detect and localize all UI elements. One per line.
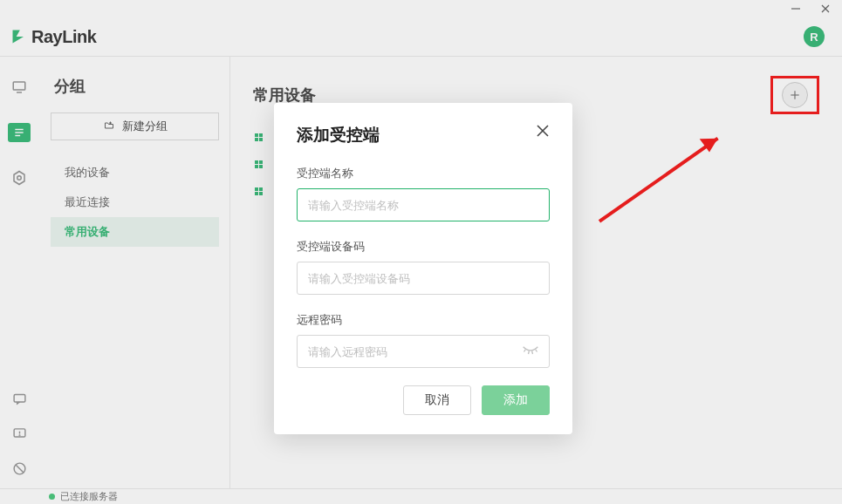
new-group-button[interactable]: 新建分组 — [51, 112, 219, 140]
window-titlebar — [0, 0, 842, 17]
block-icon[interactable] — [10, 459, 29, 478]
remote-password-input[interactable] — [297, 335, 550, 368]
device-name-label: 受控端名称 — [297, 166, 550, 181]
svg-rect-10 — [14, 394, 25, 402]
device-name-input[interactable] — [297, 188, 550, 221]
windows-icon — [255, 133, 263, 141]
confirm-button[interactable]: 添加 — [482, 385, 550, 415]
monitor-icon[interactable] — [10, 78, 29, 97]
logo-icon — [10, 28, 28, 45]
windows-icon — [255, 160, 263, 168]
svg-rect-3 — [13, 82, 25, 90]
remote-password-label: 远程密码 — [297, 312, 550, 328]
minimize-button[interactable] — [788, 1, 804, 17]
modal-title: 添加受控端 — [297, 124, 380, 146]
device-code-input[interactable] — [297, 262, 550, 295]
app-header: RayLink R — [0, 17, 842, 56]
brand-logo: RayLink — [10, 27, 96, 47]
nav-rail — [0, 57, 38, 488]
add-device-button[interactable] — [782, 82, 808, 108]
new-group-label: 新建分组 — [122, 119, 168, 134]
sidebar-item-favorites[interactable]: 常用设备 — [51, 217, 219, 247]
add-device-modal: 添加受控端 受控端名称 受控端设备码 远程密码 取消 添加 — [274, 103, 572, 434]
svg-line-24 — [524, 350, 526, 352]
svg-point-9 — [17, 176, 22, 180]
add-device-highlight — [770, 76, 819, 114]
svg-line-26 — [532, 351, 533, 354]
close-icon — [536, 124, 550, 138]
gear-icon[interactable] — [10, 168, 29, 187]
svg-line-27 — [536, 350, 537, 352]
avatar[interactable]: R — [804, 26, 825, 47]
close-button[interactable] — [818, 1, 833, 17]
cancel-button[interactable]: 取消 — [403, 385, 471, 415]
sidebar-item-recent[interactable]: 最近连接 — [51, 187, 219, 217]
windows-icon — [255, 187, 263, 195]
status-bar: 已连接服务器 — [0, 488, 842, 504]
chat-icon[interactable] — [10, 389, 29, 408]
group-sidebar: 分组 新建分组 我的设备 最近连接 常用设备 — [38, 57, 230, 488]
svg-line-25 — [529, 351, 530, 354]
device-code-label: 受控端设备码 — [297, 239, 550, 255]
brand-name: RayLink — [31, 27, 96, 47]
folder-plus-icon — [103, 120, 115, 133]
sidebar-title: 分组 — [51, 76, 219, 97]
sidebar-item-my-devices[interactable]: 我的设备 — [51, 158, 219, 187]
feedback-icon[interactable] — [10, 424, 29, 443]
svg-marker-8 — [14, 172, 24, 185]
svg-point-13 — [19, 434, 20, 435]
eye-closed-icon[interactable] — [522, 344, 539, 359]
modal-close-button[interactable] — [536, 124, 550, 140]
status-dot-icon — [49, 494, 55, 500]
status-text: 已连接服务器 — [60, 490, 118, 503]
svg-line-15 — [16, 465, 24, 473]
plus-icon — [789, 89, 801, 101]
list-icon[interactable] — [8, 123, 31, 142]
